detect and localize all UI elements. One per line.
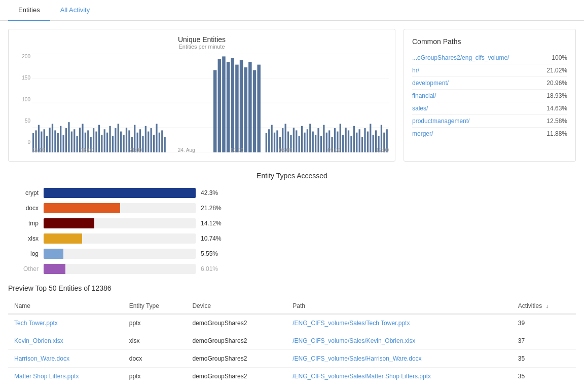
bar-row-tmp: tmp 14.12% [18, 218, 566, 228]
sort-arrow-activities: ↓ [546, 303, 549, 309]
x-axis-labels: 15:00 18:00 21:00 24. Aug 03:00 06:00 09… [32, 145, 389, 155]
svg-rect-58 [231, 58, 234, 152]
path-name-1[interactable]: hr/ [412, 67, 419, 74]
path-pct-5: 12.58% [546, 117, 567, 125]
svg-rect-54 [213, 70, 216, 152]
bar-label-xlsx: xlsx [18, 235, 44, 242]
path-row-0: ...oGroupShares2/eng_cifs_volume/ 100% [412, 52, 567, 64]
table-row-3: Matter Shop Lifters.pptx pptx demoGroupS… [8, 368, 576, 385]
path-name-2[interactable]: development/ [412, 80, 449, 87]
svg-rect-55 [218, 59, 221, 152]
col-activities[interactable]: Activities ↓ [512, 298, 576, 314]
cell-entity-type-2: docx [123, 350, 187, 368]
table-row-0: Tech Tower.pptx pptx demoGroupShares2 /E… [8, 314, 576, 332]
col-device: Device [186, 298, 286, 314]
cell-path-0: /ENG_CIFS_volume/Sales/Tech Tower.pptx [286, 314, 512, 332]
entity-types-title: Entity Types Accessed [8, 172, 576, 180]
common-paths-panel: Common Paths ...oGroupShares2/eng_cifs_v… [404, 29, 576, 162]
bar-fill-other [44, 264, 65, 274]
cell-activities-1: 37 [512, 332, 576, 350]
unique-entities-title: Unique Entities [15, 35, 389, 44]
path-pct-6: 11.88% [546, 130, 567, 137]
timeseries-container: 200 150 100 50 0 [15, 54, 389, 155]
cell-path-2: /ENG_CIFS_volume/Sales/Harrison_Ware.doc… [286, 350, 512, 368]
bar-fill-docx [44, 203, 120, 213]
bar-label-crypt: crypt [18, 189, 44, 197]
bar-track-xlsx [44, 233, 196, 244]
table-row-2: Harrison_Ware.docx docx demoGroupShares2… [8, 350, 576, 368]
entity-types-section: Entity Types Accessed crypt 42.3% docx 2… [8, 172, 576, 274]
bar-pct-docx: 21.28% [201, 205, 222, 212]
bar-fill-crypt [44, 188, 196, 198]
table-body: Tech Tower.pptx pptx demoGroupShares2 /E… [8, 314, 576, 385]
path-name-3[interactable]: financial/ [412, 92, 436, 99]
cell-activities-0: 39 [512, 314, 576, 332]
bar-row-xlsx: xlsx 10.74% [18, 233, 566, 244]
path-name-4[interactable]: sales/ [412, 105, 428, 112]
bar-label-log: log [18, 250, 44, 257]
common-paths-title: Common Paths [412, 37, 567, 46]
svg-rect-56 [222, 56, 225, 152]
bar-fill-log [44, 249, 63, 259]
timeseries-svg [32, 54, 389, 152]
tab-all-activity[interactable]: All Activity [50, 0, 100, 21]
cell-activities-2: 35 [512, 350, 576, 368]
col-entity-type: Entity Type [123, 298, 187, 314]
entities-table: Name Entity Type Device Path Activities … [8, 298, 576, 385]
table-header: Name Entity Type Device Path Activities … [8, 298, 576, 314]
cell-device-0: demoGroupShares2 [186, 314, 286, 332]
bar-track-docx [44, 203, 196, 213]
bar-pct-crypt: 42.3% [201, 189, 218, 197]
cell-path-1: /ENG_CIFS_volume/Sales/Kevin_Obrien.xlsx [286, 332, 512, 350]
col-name: Name [8, 298, 123, 314]
path-pct-2: 20.96% [546, 80, 567, 87]
preview-title: Preview Top 50 Entities of 12386 [8, 284, 576, 292]
svg-rect-57 [227, 62, 230, 152]
path-pct-3: 18.93% [546, 92, 567, 99]
bar-pct-other: 6.01% [201, 265, 218, 272]
bar-track-crypt [44, 188, 196, 198]
tab-bar: Entities All Activity [0, 0, 584, 21]
bar-row-other: Other 6.01% [18, 264, 566, 274]
svg-rect-64 [257, 65, 260, 152]
cell-entity-type-1: xlsx [123, 332, 187, 350]
bar-pct-tmp: 14.12% [201, 220, 222, 227]
svg-rect-62 [248, 62, 251, 152]
path-row-5: productmanagement/ 12.58% [412, 115, 567, 128]
cell-name-2: Harrison_Ware.docx [8, 350, 123, 368]
top-panels: Unique Entities Entities per minute 200 … [8, 29, 576, 162]
cell-name-0: Tech Tower.pptx [8, 314, 123, 332]
common-paths-list: ...oGroupShares2/eng_cifs_volume/ 100% h… [412, 52, 567, 140]
path-name-0[interactable]: ...oGroupShares2/eng_cifs_volume/ [412, 54, 509, 61]
path-row-6: merger/ 11.88% [412, 128, 567, 140]
bar-pct-log: 5.55% [201, 250, 218, 257]
bar-row-docx: docx 21.28% [18, 203, 566, 213]
path-name-6[interactable]: merger/ [412, 130, 433, 137]
preview-section: Preview Top 50 Entities of 12386 Name En… [8, 284, 576, 385]
svg-rect-59 [235, 65, 238, 152]
bar-label-other: Other [18, 265, 44, 272]
bar-track-tmp [44, 218, 196, 228]
path-row-1: hr/ 21.02% [412, 64, 567, 77]
tab-entities[interactable]: Entities [8, 0, 50, 21]
path-row-3: financial/ 18.93% [412, 90, 567, 102]
entity-types-bar-chart: crypt 42.3% docx 21.28% tmp 14. [8, 188, 576, 274]
svg-rect-61 [244, 67, 247, 152]
cell-activities-3: 35 [512, 368, 576, 385]
bar-fill-xlsx [44, 233, 82, 244]
cell-path-3: /ENG_CIFS_volume/Sales/Matter Shop Lifte… [286, 368, 512, 385]
svg-rect-60 [240, 60, 243, 152]
path-pct-1: 21.02% [546, 67, 567, 74]
path-row-4: sales/ 14.63% [412, 102, 567, 115]
bar-fill-tmp [44, 218, 94, 228]
path-name-5[interactable]: productmanagement/ [412, 117, 469, 125]
cell-device-3: demoGroupShares2 [186, 368, 286, 385]
bar-label-tmp: tmp [18, 220, 44, 227]
table-row-1: Kevin_Obrien.xlsx xlsx demoGroupShares2 … [8, 332, 576, 350]
bar-row-crypt: crypt 42.3% [18, 188, 566, 198]
col-path: Path [286, 298, 512, 314]
main-content: Unique Entities Entities per minute 200 … [0, 21, 584, 392]
bar-pct-xlsx: 10.74% [201, 235, 222, 242]
cell-name-3: Matter Shop Lifters.pptx [8, 368, 123, 385]
path-row-2: development/ 20.96% [412, 77, 567, 90]
